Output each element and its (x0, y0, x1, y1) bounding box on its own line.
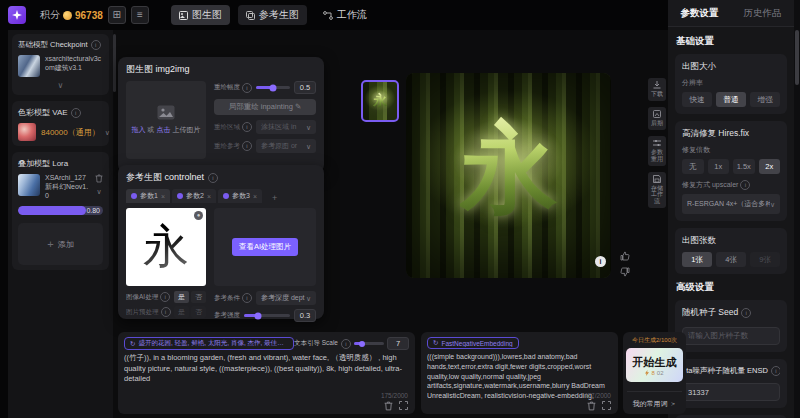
thumbs-up-icon[interactable] (620, 251, 630, 261)
hires-1x[interactable]: 1x (708, 159, 730, 174)
chevron-down-icon: ∨ (105, 129, 110, 136)
checkpoint-name: xsarchitecturalv3com建筑v3.1 (45, 55, 103, 73)
info-icon[interactable]: i (242, 83, 252, 93)
redraw-area-label: 重绘区域i (214, 122, 252, 132)
controlnet-tab-2[interactable]: 参数2× (172, 189, 216, 203)
ref-strength-slider[interactable] (244, 314, 290, 317)
clear-prompt-icon[interactable] (384, 401, 393, 411)
redraw-ref-select[interactable]: 参考原图 or∨ (256, 139, 316, 153)
cfg-scale-slider[interactable] (354, 342, 384, 345)
settings-scrollbar[interactable] (794, 0, 800, 418)
checkpoint-title: 基础模型 Checkpoint (18, 40, 88, 50)
image-options-icon[interactable]: ● (194, 211, 203, 220)
app-logo-icon[interactable] (8, 6, 26, 24)
controlnet-source-image[interactable]: 永 ● (126, 208, 206, 286)
download-label: 下载 (651, 91, 663, 98)
vae-selector[interactable]: 840000（通用） ∨ (18, 123, 103, 141)
image-upload-dropzone[interactable]: 拖入 或 点击 上传图片 (126, 81, 206, 159)
info-icon[interactable]: i (740, 180, 750, 190)
grid-view-icon[interactable]: ⊞ (108, 6, 126, 24)
app-root: 积分 96738 ⊞ ≡ 图生图 参考生图 工作流 基础模型 Checkpoin… (0, 0, 800, 418)
seed-input[interactable] (682, 327, 780, 345)
sliders-icon (653, 139, 661, 147)
ref-condition-select[interactable]: 参考深度 dept∨ (256, 291, 316, 305)
controlnet-tab-1[interactable]: 参数1× (126, 189, 170, 203)
ai-process-no-button[interactable]: 否 (191, 291, 206, 303)
resolution-fast[interactable]: 快速 (682, 92, 712, 107)
controlnet-tab-3[interactable]: 参数3× (218, 189, 262, 203)
save-workflow-button[interactable]: 存储工作流 (648, 172, 666, 209)
hires-1-5x[interactable]: 1.5x (733, 159, 755, 174)
menu-icon[interactable]: ≡ (131, 6, 149, 24)
delete-lora-icon[interactable] (95, 174, 103, 183)
expand-icon[interactable] (602, 401, 611, 410)
controlnet-preview-box: 查看AI处理图片 (214, 208, 316, 286)
scrollbar-thumb[interactable] (795, 30, 799, 85)
ai-process-yes-button[interactable]: 是 (174, 291, 189, 303)
inpaint-button[interactable]: 局部重绘 inpainting ✎ (214, 99, 316, 115)
info-icon[interactable]: i (341, 339, 351, 349)
image-info-icon[interactable]: i (595, 256, 606, 267)
hires-2x[interactable]: 2x (759, 159, 781, 174)
result-thumbnail[interactable]: 永 (361, 80, 399, 122)
lora-item[interactable]: XSArchi_127新科幻Neov1.0 ∨ (18, 174, 103, 200)
info-icon[interactable]: i (91, 40, 101, 50)
workflow-icon (323, 11, 333, 20)
daily-quota: 今日生成2/100次 (632, 336, 677, 345)
chevron-down-icon[interactable]: ∨ (96, 188, 101, 195)
prompt-tags-pill[interactable]: ↻ 盛开的花园, 轻盈, 鲜艳, 太阳光, 肖像, 杰作, 最佳质量 (124, 337, 294, 350)
count-1[interactable]: 1张 (682, 252, 712, 267)
denoise-value: 0.5 (294, 81, 316, 94)
info-icon[interactable]: i (71, 108, 81, 118)
cfg-scale-value: 7 (387, 337, 409, 350)
chevron-down-icon[interactable]: ∨ (18, 81, 103, 90)
reuse-params-button[interactable]: 参数重用 (648, 136, 666, 166)
resolution-normal[interactable]: 普通 (716, 92, 746, 107)
close-icon[interactable]: × (207, 193, 211, 200)
tab-img2img-label: 图生图 (192, 8, 222, 22)
tab-img2img[interactable]: 图生图 (171, 5, 230, 25)
info-icon[interactable]: i (771, 366, 780, 376)
info-icon[interactable]: i (242, 293, 252, 303)
add-controlnet-tab[interactable]: + (264, 193, 285, 203)
hires-none[interactable]: 无 (682, 159, 704, 174)
info-icon[interactable]: i (160, 292, 170, 302)
positive-char-counter: 175/2000 (381, 392, 408, 399)
close-icon[interactable]: × (253, 193, 257, 200)
view-ai-processed-button[interactable]: 查看AI处理图片 (232, 238, 298, 256)
count-4[interactable]: 4张 (716, 252, 746, 267)
credits: 积分 96738 (40, 8, 103, 22)
checkpoint-item[interactable]: xsarchitecturalv3com建筑v3.1 (18, 55, 103, 77)
refresh-icon[interactable]: ↻ (433, 339, 438, 347)
close-icon[interactable]: × (161, 193, 165, 200)
resolution-enhanced[interactable]: 增强 (750, 92, 780, 107)
refresh-icon[interactable]: ↻ (130, 340, 135, 348)
denoise-slider[interactable] (256, 86, 290, 89)
negative-char-counter: 477/2000 (584, 392, 611, 399)
lora-weight-slider[interactable]: 0.80 (18, 206, 103, 215)
info-icon[interactable]: i (741, 308, 751, 318)
tab-workflow[interactable]: 工作流 (315, 5, 375, 25)
cfg-scale-control: 文本引导 Scale i 7 (294, 337, 409, 350)
negative-embedding-pill[interactable]: ↻ FastNegativeEmbedding (427, 337, 519, 349)
tab-ref-generate[interactable]: 参考生图 (238, 5, 307, 25)
thumbs-down-icon[interactable] (620, 267, 630, 277)
upscaler-select[interactable]: R-ESRGAN 4x+（适合多种风∨ (682, 194, 780, 214)
download-button[interactable]: 下载 (648, 78, 666, 101)
generated-image[interactable]: 永 (406, 73, 611, 278)
cfg-scale-label: 文本引导 Scale (294, 339, 338, 348)
sparkle-icon (12, 10, 22, 20)
post-edit-button[interactable]: 后期 (648, 107, 666, 130)
positive-prompt-textarea[interactable]: ((竹子)), in a blooming garden, (fresh and… (124, 353, 409, 399)
expand-icon[interactable] (399, 401, 408, 410)
ensd-input[interactable] (682, 383, 780, 401)
info-icon[interactable]: i (208, 173, 218, 183)
generate-button[interactable]: 开始生成 8 02 (626, 348, 683, 382)
add-lora-button[interactable]: + 添加 (18, 223, 103, 265)
tab-parameters[interactable]: 参数设置 (681, 7, 719, 20)
tab-history[interactable]: 历史作品 (744, 7, 782, 20)
redraw-area-select[interactable]: 涂抹区域 in∨ (256, 120, 316, 134)
favorite-prompts-link[interactable]: 我的常用词 ＞ (627, 391, 682, 409)
canvas-scrollbar[interactable] (113, 34, 116, 92)
clear-prompt-icon[interactable] (587, 401, 596, 411)
